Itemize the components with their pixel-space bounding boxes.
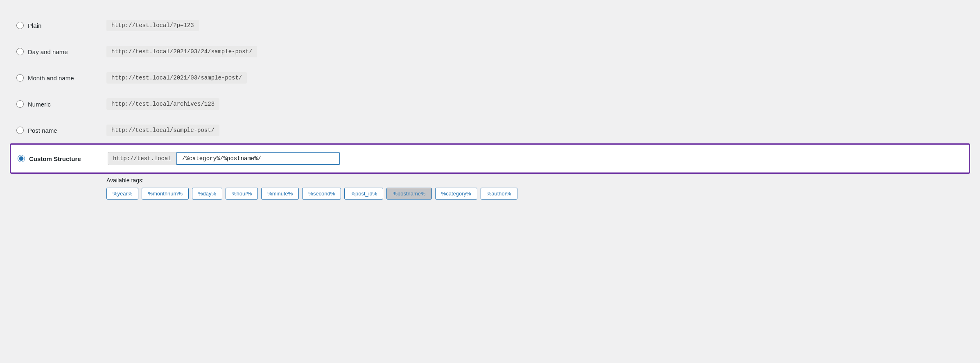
- tag-button-day[interactable]: %day%: [192, 188, 222, 200]
- plain-radio[interactable]: [16, 22, 24, 29]
- tag-button-post_id[interactable]: %post_id%: [344, 188, 383, 200]
- custom-url-area: http://test.local: [108, 152, 962, 165]
- tag-button-minute[interactable]: %minute%: [261, 188, 299, 200]
- post-name-label[interactable]: Post name: [16, 127, 106, 134]
- numeric-row: Numeric http://test.local/archives/123: [16, 91, 964, 117]
- post-name-row: Post name http://test.local/sample-post/: [16, 117, 964, 143]
- post-name-url: http://test.local/sample-post/: [106, 125, 219, 136]
- plain-label-text: Plain: [28, 22, 41, 29]
- tag-button-author[interactable]: %author%: [481, 188, 517, 200]
- custom-structure-content: http://test.local: [108, 152, 962, 165]
- tag-button-category[interactable]: %category%: [435, 188, 477, 200]
- month-name-row: Month and name http://test.local/2021/03…: [16, 65, 964, 91]
- day-name-row: Day and name http://test.local/2021/03/2…: [16, 39, 964, 65]
- tags-list: %year%%monthnum%%day%%hour%%minute%%seco…: [106, 188, 964, 200]
- tag-button-monthnum[interactable]: %monthnum%: [142, 188, 189, 200]
- numeric-url: http://test.local/archives/123: [106, 98, 219, 110]
- tag-button-hour[interactable]: %hour%: [226, 188, 258, 200]
- numeric-label-text: Numeric: [28, 101, 51, 108]
- custom-url-base: http://test.local: [108, 152, 176, 165]
- day-name-label[interactable]: Day and name: [16, 48, 106, 55]
- post-name-radio[interactable]: [16, 127, 24, 134]
- day-name-label-text: Day and name: [28, 48, 68, 55]
- custom-url-input[interactable]: [176, 152, 340, 165]
- permalink-options: Plain http://test.local/?p=123 Day and n…: [16, 12, 964, 200]
- day-name-radio[interactable]: [16, 48, 24, 55]
- available-tags-label: Available tags:: [106, 177, 964, 184]
- month-name-radio[interactable]: [16, 74, 24, 82]
- plain-row: Plain http://test.local/?p=123: [16, 12, 964, 39]
- post-name-label-text: Post name: [28, 127, 57, 134]
- month-name-url: http://test.local/2021/03/sample-post/: [106, 72, 247, 84]
- custom-structure-label-text: Custom Structure: [29, 155, 81, 162]
- custom-structure-row: Custom Structure http://test.local: [10, 143, 970, 174]
- tag-button-postname[interactable]: %postname%: [386, 188, 431, 200]
- month-name-label-text: Month and name: [28, 75, 74, 82]
- month-name-label[interactable]: Month and name: [16, 74, 106, 82]
- plain-url: http://test.local/?p=123: [106, 20, 199, 31]
- numeric-radio[interactable]: [16, 100, 24, 108]
- custom-structure-label[interactable]: Custom Structure: [18, 155, 108, 162]
- plain-label[interactable]: Plain: [16, 22, 106, 29]
- day-name-url: http://test.local/2021/03/24/sample-post…: [106, 46, 257, 57]
- available-tags-section: Available tags: %year%%monthnum%%day%%ho…: [106, 177, 964, 200]
- tag-button-year[interactable]: %year%: [106, 188, 138, 200]
- tag-button-second[interactable]: %second%: [302, 188, 341, 200]
- numeric-label[interactable]: Numeric: [16, 100, 106, 108]
- custom-structure-radio[interactable]: [18, 155, 25, 162]
